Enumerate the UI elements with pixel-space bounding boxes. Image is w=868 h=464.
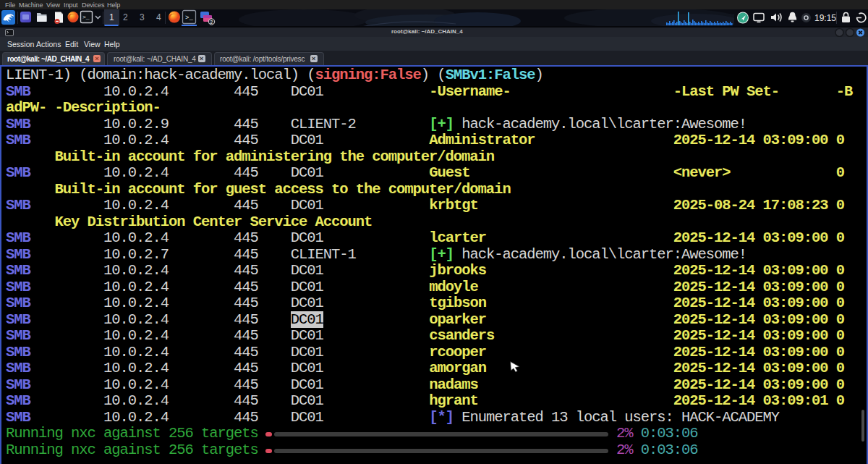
svg-text:>_: >_: [82, 14, 90, 20]
svg-text:2: 2: [210, 20, 213, 25]
svg-text:19:15: 19:15: [814, 13, 836, 23]
svg-text:2: 2: [123, 12, 128, 22]
svg-text:3: 3: [140, 12, 145, 22]
svg-text:>_: >_: [185, 14, 193, 22]
svg-text:1: 1: [109, 12, 114, 22]
svg-text:4: 4: [156, 12, 161, 22]
